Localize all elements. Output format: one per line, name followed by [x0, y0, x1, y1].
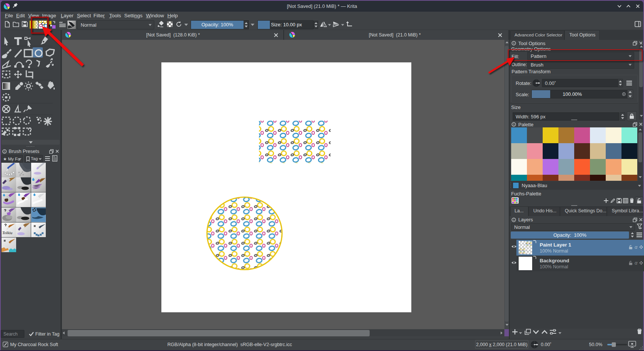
svg-text:Tolkiu: Tolkiu	[2, 230, 13, 235]
